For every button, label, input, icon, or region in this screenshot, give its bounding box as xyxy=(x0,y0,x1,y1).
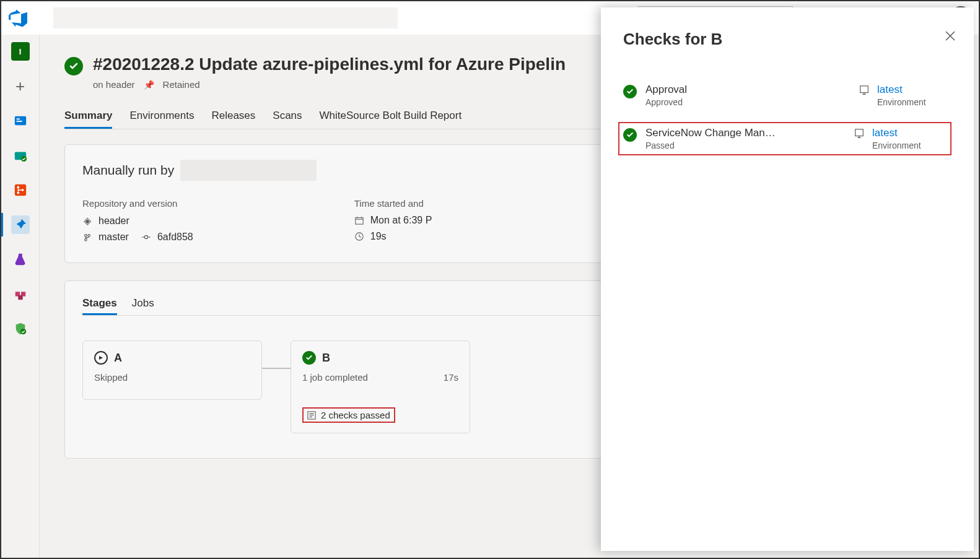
stage-b-name: B xyxy=(322,352,330,365)
check-name: ServiceNow Change Mana… xyxy=(645,127,776,139)
tab-environments[interactable]: Environments xyxy=(129,105,194,129)
environment-link[interactable]: latest xyxy=(872,127,921,139)
boards-icon[interactable] xyxy=(11,111,30,130)
svg-point-12 xyxy=(20,329,26,334)
time-section-heading: Time started and xyxy=(354,198,432,209)
top-search-bar[interactable] xyxy=(53,7,398,28)
work-icon[interactable] xyxy=(11,146,30,165)
success-icon xyxy=(302,351,316,365)
svg-rect-17 xyxy=(860,86,868,93)
svg-rect-14 xyxy=(356,218,363,225)
stage-a-status: Skipped xyxy=(94,372,128,383)
manually-run-label: Manually run by xyxy=(82,163,174,178)
retained-label: Retained xyxy=(163,79,200,90)
repos-icon[interactable] xyxy=(11,181,30,199)
environment-type: Environment xyxy=(872,141,921,150)
svg-point-6 xyxy=(17,186,19,189)
stage-connector xyxy=(262,368,291,369)
start-time: Mon at 6:39 P xyxy=(370,215,432,226)
check-name: Approval xyxy=(645,84,687,96)
checks-passed-link[interactable]: 2 checks passed xyxy=(302,407,395,423)
stage-b-status: 1 job completed xyxy=(302,372,368,383)
stage-b-duration: 17s xyxy=(444,372,458,383)
jobs-tab[interactable]: Jobs xyxy=(132,293,154,315)
svg-point-7 xyxy=(17,192,19,194)
checks-panel: Checks for B Approval Approved latest En… xyxy=(601,7,974,551)
check-status: Passed xyxy=(645,141,776,150)
commit-hash[interactable]: 6afd858 xyxy=(157,232,193,243)
clock-icon xyxy=(354,232,364,241)
panel-title: Checks for B xyxy=(623,30,952,49)
svg-rect-1 xyxy=(16,118,19,119)
repo-section-heading: Repository and version xyxy=(82,198,193,209)
stage-b-card[interactable]: B 1 job completed 17s 2 checks passed xyxy=(291,340,470,433)
test-plans-icon[interactable] xyxy=(11,250,30,269)
tab-releases[interactable]: Releases xyxy=(211,105,255,129)
artifacts-icon[interactable] xyxy=(11,285,30,303)
left-sidebar: I + xyxy=(1,35,40,558)
tab-summary[interactable]: Summary xyxy=(64,105,112,129)
check-status: Approved xyxy=(645,97,687,107)
repo-icon: ◈ xyxy=(82,215,92,227)
checks-passed-text: 2 checks passed xyxy=(321,410,390,420)
stage-a-name: A xyxy=(114,352,122,365)
tab-whitesource[interactable]: WhiteSource Bolt Build Report xyxy=(320,105,462,129)
environment-type: Environment xyxy=(877,97,926,107)
azure-devops-logo[interactable] xyxy=(7,7,28,28)
branch-icon xyxy=(82,233,92,241)
repo-name[interactable]: header xyxy=(98,215,129,227)
project-icon[interactable]: I xyxy=(11,42,30,61)
pin-icon[interactable]: 📌 xyxy=(144,80,154,90)
commit-icon xyxy=(141,233,151,241)
security-icon[interactable] xyxy=(11,319,30,338)
svg-rect-2 xyxy=(16,121,22,122)
svg-rect-18 xyxy=(855,129,864,136)
page-title: #20201228.2 Update azure-pipelines.yml f… xyxy=(93,54,566,74)
check-row-approval[interactable]: Approval Approved latest Environment xyxy=(623,84,952,107)
skipped-icon xyxy=(94,351,108,365)
stages-tab[interactable]: Stages xyxy=(82,293,117,315)
check-row-servicenow[interactable]: ServiceNow Change Mana… Passed latest En… xyxy=(618,122,952,155)
add-icon[interactable]: + xyxy=(11,77,30,95)
svg-rect-11 xyxy=(18,295,22,300)
duration: 19s xyxy=(370,231,387,242)
pipelines-icon[interactable] xyxy=(11,215,30,234)
environment-link[interactable]: latest xyxy=(877,84,926,96)
time-column: Time started and Mon at 6:39 P 19s xyxy=(354,198,432,248)
branch-name[interactable]: master xyxy=(98,232,129,243)
run-status-icon xyxy=(64,57,83,76)
runner-name-redacted xyxy=(180,160,317,181)
repo-version-column: Repository and version ◈ header master 6… xyxy=(82,198,193,248)
branch-label: on header xyxy=(93,79,135,90)
calendar-icon xyxy=(354,216,364,225)
environment-icon xyxy=(859,85,870,96)
stage-a-card[interactable]: A Skipped xyxy=(82,340,262,400)
environment-icon xyxy=(854,128,865,139)
success-icon xyxy=(623,128,637,142)
svg-point-13 xyxy=(144,235,147,238)
panel-close-button[interactable] xyxy=(944,30,956,42)
svg-point-4 xyxy=(20,156,26,162)
tab-scans[interactable]: Scans xyxy=(273,105,302,129)
success-icon xyxy=(623,85,637,98)
checklist-icon xyxy=(307,411,316,420)
